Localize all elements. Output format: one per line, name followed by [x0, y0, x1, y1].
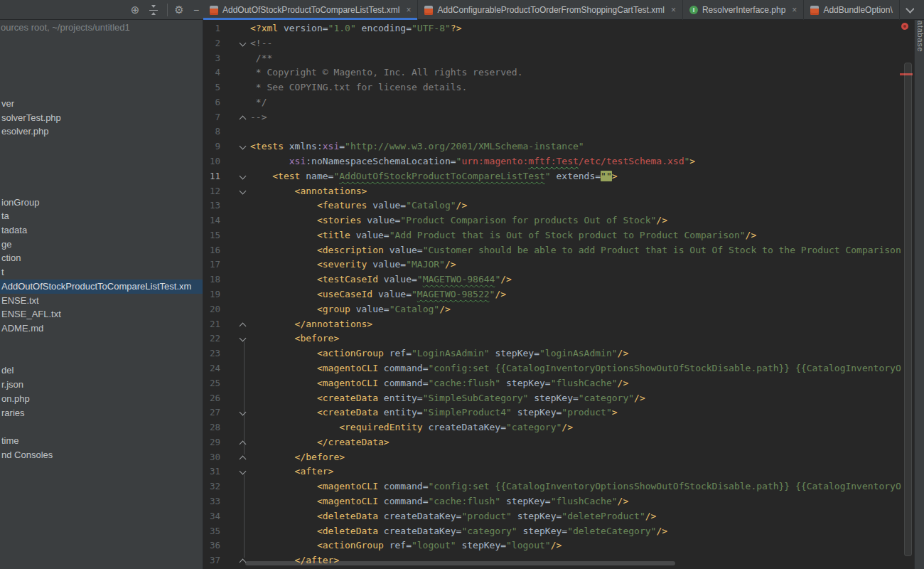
code-token: "cache:flush" — [428, 378, 500, 388]
fold-toggle-icon[interactable] — [240, 321, 249, 329]
collapse-all-icon[interactable] — [148, 5, 159, 15]
fold-toggle-icon[interactable] — [240, 410, 249, 417]
tab-label: AddBundleOption\ — [823, 5, 892, 15]
fold-toggle-icon[interactable] — [240, 144, 249, 151]
tree-item[interactable]: solverTest.php — [0, 111, 203, 125]
close-tab-icon[interactable]: × — [406, 5, 411, 15]
code-line[interactable]: 25<magentoCLI command="cache:flush" step… — [203, 376, 914, 391]
tree-item[interactable]: raries — [0, 406, 203, 420]
code-line[interactable]: 34<deleteData createDataKey="product" st… — [203, 509, 914, 524]
tree-item[interactable]: ta — [0, 209, 203, 223]
close-tab-icon[interactable]: × — [671, 5, 676, 15]
code-line[interactable]: 21</annotations> — [203, 317, 914, 332]
code-line[interactable]: 35<deleteData createDataKey="category" s… — [203, 524, 914, 539]
fold-toggle-icon[interactable] — [240, 454, 249, 462]
code-line[interactable]: 2<!-- — [203, 36, 914, 51]
code-line[interactable]: 30</before> — [203, 450, 914, 465]
code-token: createDataKey — [428, 422, 500, 432]
code-token: = — [400, 259, 406, 270]
code-text: <test name="AddOutOfStockProductToCompar… — [250, 169, 914, 184]
code-line[interactable]: 28<requiredEntity createDataKey="categor… — [203, 420, 914, 435]
code-line[interactable]: 19<useCaseId value="MAGETWO-98522"/> — [203, 287, 914, 302]
code-line[interactable]: 18<testCaseId value="MAGETWO-98644"/> — [203, 272, 914, 287]
code-line[interactable]: 5 * See COPYING.txt for license details. — [203, 80, 914, 95]
code-line[interactable]: 13<features value="Catalog"/> — [203, 198, 914, 213]
fold-toggle-icon[interactable] — [240, 558, 249, 565]
code-text: <createData entity="SimpleSubCategory" s… — [250, 391, 914, 406]
hide-panel-icon[interactable]: − — [189, 3, 203, 17]
fold-toggle-icon[interactable] — [240, 336, 249, 343]
code-line[interactable]: 4 * Copyright © Magento, Inc. All rights… — [203, 65, 914, 80]
code-text: <magentoCLI command="cache:flush" stepKe… — [250, 494, 914, 509]
tree-item[interactable]: tadata — [0, 223, 203, 238]
code-line[interactable]: 23<actionGroup ref="LoginAsAdmin" stepKe… — [203, 346, 914, 361]
tree-item[interactable]: ge — [0, 238, 203, 252]
code-line[interactable]: 37</after> — [203, 553, 914, 568]
tree-item[interactable]: nd Consoles — [0, 448, 203, 462]
code-line[interactable]: 3 /** — [203, 51, 914, 66]
code-line[interactable]: 7--> — [203, 110, 914, 125]
project-tree-panel[interactable]: ources root, ~/projects/untitled1 versol… — [0, 20, 203, 569]
code-line[interactable]: 31<after> — [203, 464, 914, 479]
code-token: <useCaseId — [317, 289, 378, 299]
tree-item[interactable]: on.php — [0, 392, 203, 406]
tree-item[interactable]: time — [0, 434, 203, 448]
code-line[interactable]: 11<test name="AddOutOfStockProductToComp… — [203, 169, 914, 184]
code-line[interactable]: 36<actionGroup ref="logout" stepKey="log… — [203, 538, 914, 553]
code-line[interactable]: 12<annotations> — [203, 184, 914, 199]
close-tab-icon[interactable]: × — [792, 5, 797, 15]
code-token — [517, 526, 523, 536]
tree-item[interactable]: ADME.md — [0, 321, 203, 336]
locate-file-icon[interactable]: ⊕ — [128, 3, 142, 17]
code-token: xmlns: — [289, 141, 323, 151]
code-line[interactable]: 27<createData entity="SimpleProduct4" st… — [203, 405, 914, 420]
tab-overflow-chevron[interactable] — [900, 0, 914, 20]
gear-icon[interactable]: ⚙ — [172, 3, 186, 17]
code-token: value — [372, 259, 400, 270]
fold-toggle-icon[interactable] — [240, 41, 249, 48]
fold-toggle-icon[interactable] — [240, 188, 249, 196]
code-line[interactable]: 1<?xml version="1.0" encoding="UTF-8"?> — [203, 21, 914, 36]
tree-item[interactable]: ction — [0, 251, 203, 265]
code-line[interactable]: 32<magentoCLI command="config:set {{Cata… — [203, 479, 914, 494]
code-line[interactable]: 22<before> — [203, 331, 914, 346]
code-token: /> — [618, 348, 629, 358]
fold-toggle-icon[interactable] — [240, 469, 249, 476]
tab-1[interactable]: AddOutOfStockProductToCompareListTest.xm… — [203, 0, 418, 20]
code-line[interactable]: 15<title value="Add Product that is Out … — [203, 228, 914, 243]
code-line[interactable]: 9<tests xmlns:xsi="http://www.w3.org/200… — [203, 139, 914, 154]
tree-item[interactable]: ENSE.txt — [0, 294, 203, 308]
tab-4[interactable]: AddBundleOption\ — [804, 0, 899, 20]
fold-toggle-icon[interactable] — [240, 440, 249, 447]
tree-item[interactable]: ionGroup — [0, 196, 203, 210]
code-token: <createData — [317, 407, 384, 418]
code-line[interactable]: 8 — [203, 124, 914, 139]
code-line[interactable]: 16<description value="Customer should be… — [203, 243, 914, 258]
tab-3[interactable]: IResolverInterface.php× — [683, 0, 804, 20]
tree-item[interactable]: ver — [0, 97, 203, 111]
code-line[interactable]: 24<magentoCLI command="config:set {{Cata… — [203, 361, 914, 376]
tree-item[interactable]: del — [0, 363, 203, 378]
code-line[interactable]: 17<severity value="MAJOR"/> — [203, 257, 914, 272]
tab-2[interactable]: AddConfigurableProductToOrderFromShoppin… — [418, 0, 683, 20]
code-line[interactable]: 33<magentoCLI command="cache:flush" step… — [203, 494, 914, 509]
tree-item[interactable]: ENSE_AFL.txt — [0, 307, 203, 321]
code-line[interactable]: 10xsi:noNamespaceSchemaLocation="urn:mag… — [203, 154, 914, 169]
fold-toggle-icon[interactable] — [240, 115, 249, 122]
code-token: "LoginAsAdmin" — [412, 348, 490, 358]
code-token: = — [417, 407, 423, 418]
tree-item[interactable]: t — [0, 265, 203, 280]
chevron-up-icon — [240, 322, 247, 329]
tree-item[interactable]: esolver.php — [0, 124, 203, 139]
fold-toggle-icon[interactable] — [240, 174, 249, 181]
code-line[interactable]: 14<stories value="Product Comparison for… — [203, 213, 914, 228]
tree-item[interactable]: AddOutOfStockProductToCompareListTest.xm — [0, 280, 203, 294]
code-token: = — [562, 526, 567, 536]
code-line[interactable]: 6 */ — [203, 95, 914, 110]
code-token: /> — [495, 289, 506, 299]
code-editor[interactable]: 1<?xml version="1.0" encoding="UTF-8"?>2… — [203, 20, 914, 569]
tree-item[interactable]: r.json — [0, 378, 203, 392]
code-line[interactable]: 29</createData> — [203, 435, 914, 450]
code-line[interactable]: 26<createData entity="SimpleSubCategory"… — [203, 391, 914, 406]
code-line[interactable]: 20<group value="Catalog"/> — [203, 302, 914, 317]
